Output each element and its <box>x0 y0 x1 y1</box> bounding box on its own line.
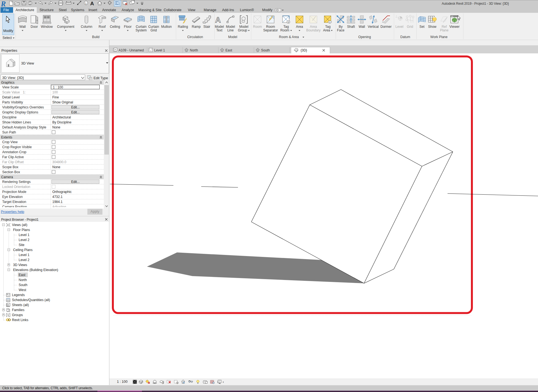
svg-text:A: A <box>90 1 94 6</box>
svg-text:1: 1 <box>329 21 330 23</box>
svg-text:R: R <box>1 0 6 7</box>
svg-text:1: 1 <box>288 21 289 23</box>
svg-text:A: A <box>215 16 221 24</box>
svg-text:!: ! <box>396 15 397 17</box>
svg-text:9: 9 <box>177 382 178 384</box>
svg-text:1: 1 <box>85 2 87 5</box>
svg-text:9: 9 <box>163 382 164 384</box>
